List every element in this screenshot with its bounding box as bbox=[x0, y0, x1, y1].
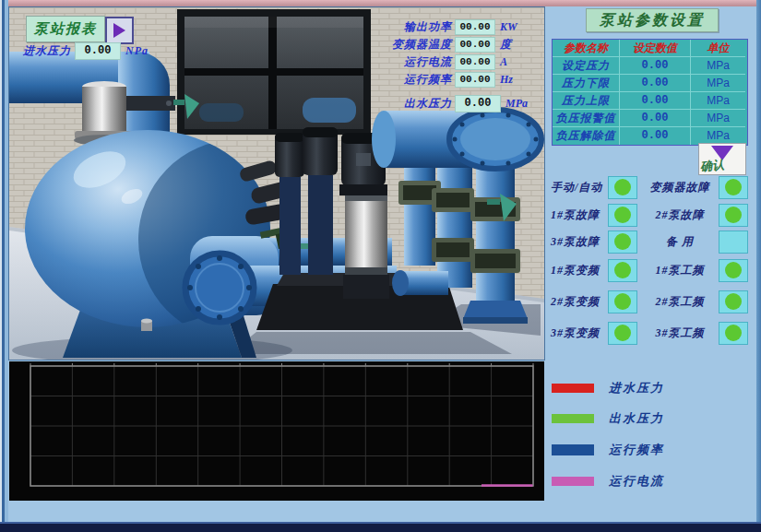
indicator-row: 2#泵变频 2#泵工频 bbox=[551, 290, 750, 313]
window bbox=[177, 9, 371, 135]
param-name: 压力上限 bbox=[553, 92, 620, 110]
legend-item: 出水压力 bbox=[552, 410, 664, 427]
led-circle bbox=[614, 293, 631, 310]
telemetry-unit: A bbox=[500, 55, 507, 69]
indicator-led-box bbox=[608, 259, 637, 282]
window-frame-right bbox=[756, 0, 761, 532]
indicator-led-box bbox=[608, 204, 637, 227]
table-header-row: 参数名称 设定数值 单位 bbox=[553, 40, 747, 57]
indicator-led-box bbox=[719, 204, 748, 227]
telemetry-label: 运行电流 bbox=[376, 54, 455, 70]
report-button-label: 泵站报表 bbox=[34, 20, 97, 38]
indicator-label: 变频器故障 bbox=[643, 180, 717, 195]
table-row: 压力上限 0.00 MPa bbox=[553, 92, 747, 110]
telemetry-unit: 度 bbox=[500, 37, 511, 53]
table-header-cell: 参数名称 bbox=[553, 40, 620, 57]
led-circle bbox=[725, 325, 742, 341]
param-unit: MPa bbox=[691, 92, 745, 110]
legend-label: 运行频率 bbox=[609, 442, 664, 458]
param-value[interactable]: 0.00 bbox=[620, 92, 691, 110]
indicator-led-box bbox=[719, 176, 748, 199]
telemetry-row: 运行频率 00.00 Hz bbox=[376, 71, 528, 89]
inlet-pressure-value: 0.00 bbox=[75, 42, 121, 60]
report-play-button[interactable] bbox=[105, 17, 134, 44]
pump-motor bbox=[303, 127, 338, 175]
indicator-led-box bbox=[719, 290, 748, 313]
led-circle bbox=[725, 293, 742, 310]
settings-panel: 泵站参数设置 参数名称 设定数值 单位 设定压力 0.00 MPa 压力下限 0… bbox=[549, 0, 759, 532]
outlet-pressure-unit: MPa bbox=[505, 97, 528, 111]
settings-table: 参数名称 设定数值 单位 设定压力 0.00 MPa 压力下限 0.00 MPa… bbox=[552, 39, 748, 146]
indicator-label: 2#泵工频 bbox=[643, 294, 717, 310]
inlet-pressure-label: 进水压力 bbox=[23, 43, 71, 59]
window-frame-bottom bbox=[0, 522, 761, 532]
indicator-row: 1#泵故障 2#泵故障 bbox=[551, 204, 750, 226]
telemetry-unit: Hz bbox=[500, 73, 513, 87]
legend-label: 运行电流 bbox=[609, 473, 664, 490]
indicator-label: 备 用 bbox=[643, 234, 717, 250]
trend-chart bbox=[9, 361, 544, 501]
telemetry-value: 00.00 bbox=[455, 72, 495, 88]
telemetry-label: 变频器温度 bbox=[376, 37, 455, 53]
legend-swatch bbox=[552, 444, 594, 455]
confirm-button[interactable]: 确认 bbox=[698, 143, 746, 175]
telemetry-label: 输出功率 bbox=[376, 19, 455, 35]
inlet-pressure-readout: 进水压力 0.00 NPa bbox=[23, 42, 149, 60]
legend-swatch bbox=[552, 477, 594, 486]
param-name: 负压报警值 bbox=[553, 110, 620, 127]
indicator-label: 1#泵故障 bbox=[551, 207, 606, 223]
legend-item: 运行频率 bbox=[552, 442, 664, 458]
param-value[interactable]: 0.00 bbox=[620, 110, 691, 127]
led-circle bbox=[725, 207, 742, 223]
telemetry-block: 输出功率 00.00 KW 变频器温度 00.00 度 运行电流 00.00 A… bbox=[376, 18, 528, 112]
param-unit: MPa bbox=[691, 110, 745, 127]
param-value[interactable]: 0.00 bbox=[620, 57, 691, 75]
settings-title-box: 泵站参数设置 bbox=[586, 8, 719, 32]
legend-label: 进水压力 bbox=[609, 380, 664, 396]
indicator-label: 3#泵变频 bbox=[551, 325, 606, 341]
indicator-row: 1#泵变频 1#泵工频 bbox=[551, 259, 750, 281]
indicator-led-box bbox=[608, 290, 637, 313]
telemetry-value: 00.00 bbox=[455, 54, 495, 70]
param-unit: MPa bbox=[691, 75, 745, 92]
confirm-label: 确认 bbox=[699, 157, 725, 176]
legend-label: 出水压力 bbox=[609, 410, 664, 427]
legend-item: 运行电流 bbox=[552, 473, 664, 490]
param-name: 压力下限 bbox=[553, 75, 620, 92]
table-header-cell: 单位 bbox=[691, 40, 745, 57]
indicator-led-box bbox=[608, 231, 637, 254]
chart-grid bbox=[30, 363, 533, 486]
telemetry-row: 运行电流 00.00 A bbox=[376, 53, 528, 71]
legend-item: 进水压力 bbox=[552, 380, 664, 396]
telemetry-row: 变频器温度 00.00 度 bbox=[376, 36, 528, 53]
led-circle bbox=[725, 179, 742, 195]
indicator-row: 3#泵变频 3#泵工频 bbox=[551, 322, 750, 344]
param-value[interactable]: 0.00 bbox=[620, 127, 691, 145]
led-circle bbox=[614, 233, 631, 250]
indicator-led-box[interactable] bbox=[608, 176, 637, 199]
param-name: 负压解除值 bbox=[553, 127, 620, 145]
legend-swatch bbox=[552, 414, 594, 423]
table-row: 负压报警值 0.00 MPa bbox=[553, 110, 747, 127]
indicator-led-box bbox=[719, 322, 748, 345]
telemetry-label: 运行频率 bbox=[376, 72, 455, 88]
report-button[interactable]: 泵站报表 bbox=[26, 16, 105, 42]
indicator-label: 3#泵故障 bbox=[551, 234, 606, 250]
led-circle bbox=[614, 179, 631, 195]
led-circle bbox=[614, 207, 631, 223]
indicator-led-box bbox=[719, 231, 748, 254]
param-unit: MPa bbox=[691, 57, 745, 75]
telemetry-unit: KW bbox=[500, 20, 517, 34]
indicator-label: 2#泵故障 bbox=[643, 207, 717, 223]
table-row: 压力下限 0.00 MPa bbox=[553, 75, 747, 92]
param-value[interactable]: 0.00 bbox=[620, 75, 691, 92]
indicator-label: 1#泵变频 bbox=[551, 263, 606, 278]
led-circle bbox=[614, 325, 631, 341]
outlet-header-pipe bbox=[372, 110, 541, 169]
settings-title: 泵站参数设置 bbox=[600, 11, 705, 30]
telemetry-value: 00.00 bbox=[455, 19, 495, 35]
indicator-led-box bbox=[608, 322, 637, 345]
table-header-cell: 设定数值 bbox=[620, 40, 691, 57]
indicator-label: 3#泵工频 bbox=[643, 325, 717, 341]
indicator-label: 手动/自动 bbox=[551, 180, 606, 195]
